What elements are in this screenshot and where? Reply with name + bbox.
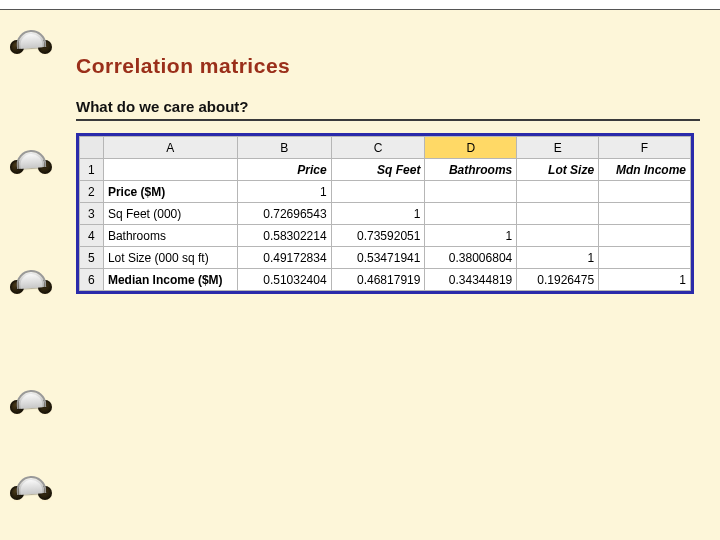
- cell[interactable]: [331, 181, 425, 203]
- cell[interactable]: 0.51032404: [237, 269, 331, 291]
- cell[interactable]: [599, 247, 691, 269]
- cell[interactable]: 0.73592051: [331, 225, 425, 247]
- table-row: 4 Bathrooms 0.58302214 0.73592051 1: [80, 225, 691, 247]
- col-header-b[interactable]: B: [237, 137, 331, 159]
- cell[interactable]: Mdn Income: [599, 159, 691, 181]
- cell[interactable]: Sq Feet (000): [103, 203, 237, 225]
- cell[interactable]: [599, 181, 691, 203]
- row-header[interactable]: 1: [80, 159, 104, 181]
- slide-content: Correlation matrices What do we care abo…: [76, 54, 700, 294]
- col-header-a[interactable]: A: [103, 137, 237, 159]
- table-row: 3 Sq Feet (000) 0.72696543 1: [80, 203, 691, 225]
- table-row: 2 Price ($M) 1: [80, 181, 691, 203]
- col-header-e[interactable]: E: [517, 137, 599, 159]
- cell[interactable]: 1: [331, 203, 425, 225]
- cell[interactable]: [425, 203, 517, 225]
- slide-subtitle: What do we care about?: [76, 98, 700, 115]
- row-header[interactable]: 3: [80, 203, 104, 225]
- spreadsheet: A B C D E F 1 Price Sq Feet Bathrooms Lo…: [76, 133, 694, 294]
- cell[interactable]: Lot Size: [517, 159, 599, 181]
- cell[interactable]: Price ($M): [103, 181, 237, 203]
- cell[interactable]: 0.46817919: [331, 269, 425, 291]
- row-header[interactable]: 2: [80, 181, 104, 203]
- correlation-table: A B C D E F 1 Price Sq Feet Bathrooms Lo…: [79, 136, 691, 291]
- binder-rings: [0, 20, 56, 520]
- cell[interactable]: 1: [517, 247, 599, 269]
- cell[interactable]: 1: [237, 181, 331, 203]
- cell[interactable]: 0.34344819: [425, 269, 517, 291]
- column-header-row: A B C D E F: [80, 137, 691, 159]
- cell[interactable]: Lot Size (000 sq ft): [103, 247, 237, 269]
- cell[interactable]: [103, 159, 237, 181]
- cell[interactable]: 0.49172834: [237, 247, 331, 269]
- select-all-corner[interactable]: [80, 137, 104, 159]
- cell[interactable]: 1: [425, 225, 517, 247]
- cell[interactable]: 0.1926475: [517, 269, 599, 291]
- table-row: 5 Lot Size (000 sq ft) 0.49172834 0.5347…: [80, 247, 691, 269]
- slide-title: Correlation matrices: [76, 54, 700, 78]
- divider: [76, 119, 700, 121]
- table-row: 1 Price Sq Feet Bathrooms Lot Size Mdn I…: [80, 159, 691, 181]
- top-bar: [0, 0, 720, 10]
- cell[interactable]: 0.58302214: [237, 225, 331, 247]
- cell[interactable]: Sq Feet: [331, 159, 425, 181]
- col-header-c[interactable]: C: [331, 137, 425, 159]
- cell[interactable]: Bathrooms: [425, 159, 517, 181]
- cell[interactable]: [517, 203, 599, 225]
- col-header-d[interactable]: D: [425, 137, 517, 159]
- cell[interactable]: [599, 225, 691, 247]
- cell[interactable]: Median Income ($M): [103, 269, 237, 291]
- cell[interactable]: [517, 225, 599, 247]
- cell[interactable]: [599, 203, 691, 225]
- cell[interactable]: Bathrooms: [103, 225, 237, 247]
- cell[interactable]: 0.72696543: [237, 203, 331, 225]
- row-header[interactable]: 4: [80, 225, 104, 247]
- cell[interactable]: Price: [237, 159, 331, 181]
- row-header[interactable]: 6: [80, 269, 104, 291]
- row-header[interactable]: 5: [80, 247, 104, 269]
- table-row: 6 Median Income ($M) 0.51032404 0.468179…: [80, 269, 691, 291]
- cell[interactable]: 1: [599, 269, 691, 291]
- cell[interactable]: [425, 181, 517, 203]
- col-header-f[interactable]: F: [599, 137, 691, 159]
- cell[interactable]: 0.38006804: [425, 247, 517, 269]
- cell[interactable]: [517, 181, 599, 203]
- cell[interactable]: 0.53471941: [331, 247, 425, 269]
